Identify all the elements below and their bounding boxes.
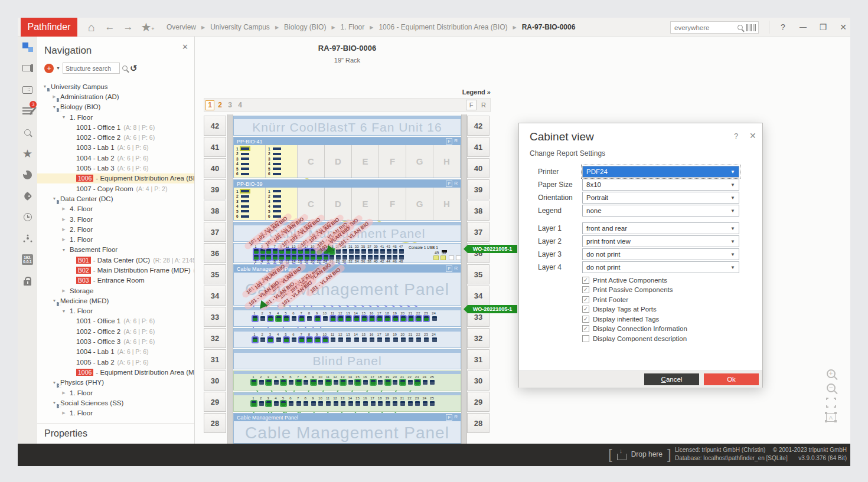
tree-item[interactable]: B03- Entrance Room <box>37 276 195 286</box>
port[interactable] <box>318 401 323 406</box>
floorplan-icon[interactable] <box>18 79 37 100</box>
port[interactable] <box>355 249 360 254</box>
port[interactable] <box>266 380 271 385</box>
port[interactable] <box>315 316 320 321</box>
history-icon[interactable] <box>18 206 37 228</box>
port[interactable] <box>378 401 383 406</box>
dialog-checkbox-row[interactable]: ✓Display inherited Tags <box>582 314 659 323</box>
pp-port[interactable] <box>273 168 281 170</box>
breadcrumb-item[interactable]: University Campus <box>210 23 270 31</box>
port[interactable] <box>408 380 413 385</box>
port[interactable] <box>361 249 366 254</box>
port[interactable] <box>304 401 308 406</box>
port[interactable] <box>354 337 359 342</box>
port[interactable] <box>298 255 303 260</box>
port[interactable] <box>370 316 374 321</box>
port[interactable] <box>385 316 390 321</box>
cmp-37[interactable]: Cable Management Panel <box>233 222 461 242</box>
port[interactable] <box>374 255 378 260</box>
layer-tab-3[interactable]: 3 <box>226 100 234 110</box>
port[interactable] <box>284 337 289 342</box>
cmp-35-34[interactable]: Cable Management PanelFRCable Management… <box>233 264 461 306</box>
port[interactable] <box>324 255 328 260</box>
port[interactable] <box>368 249 373 254</box>
port[interactable] <box>260 316 265 321</box>
port[interactable] <box>304 380 308 385</box>
search-icon[interactable] <box>738 25 743 30</box>
port[interactable] <box>341 380 345 385</box>
panel-fr-f[interactable]: F <box>446 181 452 187</box>
port[interactable] <box>362 337 367 342</box>
nav-tree-icon[interactable] <box>18 37 37 58</box>
pp-port[interactable] <box>273 163 281 165</box>
pp-port[interactable] <box>241 200 249 202</box>
port[interactable] <box>296 380 301 385</box>
properties-section-title[interactable]: Properties <box>37 423 195 444</box>
global-search[interactable] <box>670 21 759 34</box>
ok-button[interactable]: Ok <box>704 373 759 385</box>
port[interactable] <box>334 401 338 406</box>
port[interactable] <box>276 316 281 321</box>
port[interactable] <box>253 337 257 342</box>
checkbox-checked[interactable]: ✓ <box>582 306 589 313</box>
app-logo[interactable]: Pathfinder <box>21 18 77 37</box>
port[interactable] <box>377 316 382 321</box>
tree-item[interactable]: ▼Biology (BIO) <box>37 102 195 112</box>
pp-port[interactable] <box>273 210 281 212</box>
port[interactable] <box>400 380 405 385</box>
minimize-button[interactable]: — <box>793 23 813 31</box>
field-select-orientation[interactable]: Portrait▼ <box>582 192 739 204</box>
open-expander-icon[interactable]: ▼ <box>61 115 67 119</box>
port[interactable] <box>336 249 341 254</box>
barcode-icon[interactable] <box>746 24 756 31</box>
panel-fr-r[interactable]: R <box>454 181 458 187</box>
panel-fr-r[interactable]: R <box>454 265 458 272</box>
port[interactable] <box>284 316 289 321</box>
tree-item[interactable]: 1001 - Office 1(A: 8 | P: 6) <box>37 122 195 132</box>
closed-expander-icon[interactable]: ▶ <box>61 391 67 395</box>
port[interactable] <box>386 380 390 385</box>
panel-fr-f[interactable]: F <box>446 265 452 272</box>
tree-item[interactable]: ▼Physics (PHY) <box>37 378 195 388</box>
restore-button[interactable]: ❐ <box>813 22 833 32</box>
field-select-layer-1[interactable]: front and rear▼ <box>582 222 739 234</box>
port[interactable] <box>387 249 391 254</box>
pie-chart-icon[interactable] <box>18 164 37 185</box>
tree-item[interactable]: ▶Administration (AD) <box>37 91 195 101</box>
field-select-paper-size[interactable]: 8x10▼ <box>582 179 739 191</box>
port[interactable] <box>260 249 265 254</box>
tree-item[interactable]: ▼Medicine (MED) <box>37 296 195 306</box>
tree-item[interactable]: 1003 - Office 3(A: 6 | P: 6) <box>37 336 195 346</box>
pp-port[interactable] <box>273 195 281 198</box>
port[interactable] <box>415 401 420 406</box>
dialog-checkbox-row[interactable]: ✓Print Active Components <box>582 276 667 284</box>
fan-unit[interactable]: Knürr CoolBlastT 6 Fan Unit 16 <box>233 116 461 136</box>
pp-port[interactable] <box>273 147 281 150</box>
port[interactable] <box>273 255 278 260</box>
port[interactable] <box>342 249 347 254</box>
tree-item[interactable]: 1004 - Lab 2(A: 6 | P: 6) <box>37 153 195 163</box>
pp-bio-41[interactable]: PP-BIO-41FR123456123456CDEFGH <box>233 137 461 178</box>
view-r-button[interactable]: R <box>478 100 489 110</box>
breadcrumb-item[interactable]: 1006 - Equipment Distribution Area (BIO) <box>378 23 507 31</box>
port[interactable] <box>318 380 323 385</box>
port[interactable] <box>274 380 279 385</box>
label-tool-icon[interactable]: A <box>826 413 836 422</box>
port[interactable] <box>299 337 304 342</box>
port[interactable] <box>349 249 354 254</box>
port[interactable] <box>423 401 428 406</box>
port[interactable] <box>274 401 279 406</box>
tree-item[interactable]: 1005 - Lab 2(A: 6 | P: 6) <box>37 357 195 367</box>
pp-port[interactable] <box>273 173 281 175</box>
port[interactable] <box>289 380 293 385</box>
dialog-close-icon[interactable]: ✕ <box>749 131 756 140</box>
port[interactable] <box>401 337 406 342</box>
port[interactable] <box>393 380 397 385</box>
port[interactable] <box>315 337 320 342</box>
port[interactable] <box>374 249 378 254</box>
tree-item[interactable]: 1001 - Office 1(A: 6 | P: 6) <box>37 316 195 326</box>
aux-port[interactable] <box>433 255 439 260</box>
tree-item[interactable]: ▼University Campus <box>37 81 195 91</box>
layer-tab-2[interactable]: 2 <box>216 100 224 110</box>
port[interactable] <box>355 255 360 260</box>
